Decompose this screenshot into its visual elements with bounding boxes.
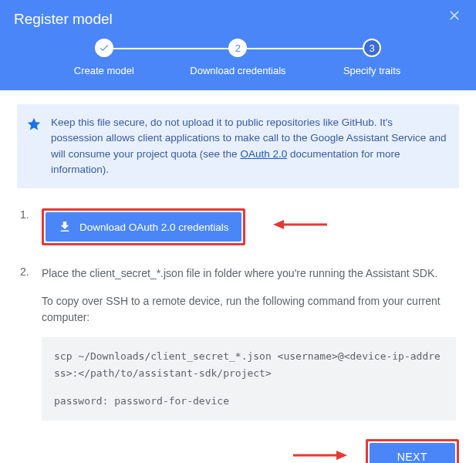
instructions-list: 1. Download OAuth 2.0 credentials 2.	[17, 208, 459, 421]
close-icon	[447, 8, 462, 23]
annotation-highlight: Download OAuth 2.0 credentials	[42, 208, 245, 245]
oauth-link[interactable]: OAuth 2.0	[240, 148, 287, 160]
instruction-subtext: To copy over SSH to a remote device, run…	[42, 293, 456, 326]
step-create-model: Create model	[38, 39, 170, 76]
step-number: 3	[363, 39, 381, 57]
stepper: Create model 2 Download credentials 3 Sp…	[14, 39, 462, 76]
stepper-line	[247, 48, 373, 49]
list-number: 2.	[20, 265, 31, 421]
stepper-line	[113, 48, 238, 49]
step-number: 2	[228, 39, 247, 57]
dialog-footer: NEXT	[0, 431, 476, 463]
annotation-highlight: NEXT	[366, 439, 459, 463]
list-item: 2. Place the client_secret_*.json file i…	[20, 265, 456, 421]
next-button-label: NEXT	[397, 451, 427, 463]
check-icon	[99, 42, 110, 53]
code-line: password: password-for-device	[54, 393, 444, 410]
close-button[interactable]	[447, 8, 465, 26]
step-download-credentials: 2 Download credentials	[172, 39, 305, 76]
svg-marker-1	[273, 220, 284, 229]
dialog-body: Keep this file secure, do not upload it …	[0, 90, 476, 431]
next-button[interactable]: NEXT	[370, 443, 455, 463]
step-specify-traits: 3 Specify traits	[306, 39, 438, 76]
instruction-text: Place the client_secret_*.json file in f…	[42, 265, 456, 282]
annotation-arrow-icon	[273, 217, 327, 238]
download-credentials-button[interactable]: Download OAuth 2.0 credentials	[46, 212, 241, 242]
register-model-dialog: Register model Create model 2 Download c…	[0, 0, 476, 463]
security-info-box: Keep this file secure, do not upload it …	[17, 104, 459, 188]
dialog-title: Register model	[14, 11, 462, 28]
step-label: Specify traits	[343, 65, 400, 76]
code-line: scp ~/Downloads/client_secret_*.json <us…	[54, 348, 444, 382]
dialog-header: Register model Create model 2 Download c…	[0, 0, 476, 90]
list-number: 1.	[20, 208, 31, 245]
code-block: scp ~/Downloads/client_secret_*.json <us…	[42, 337, 456, 421]
list-item: 1. Download OAuth 2.0 credentials	[20, 208, 456, 245]
info-text: Keep this file secure, do not upload it …	[51, 115, 447, 177]
download-icon	[58, 220, 72, 234]
step-done-icon	[95, 39, 113, 57]
step-label: Download credentials	[190, 65, 285, 76]
star-icon	[26, 117, 42, 177]
annotation-arrow-icon	[293, 448, 347, 463]
step-label: Create model	[74, 65, 134, 76]
download-button-label: Download OAuth 2.0 credentials	[79, 221, 229, 233]
svg-marker-3	[336, 451, 347, 460]
